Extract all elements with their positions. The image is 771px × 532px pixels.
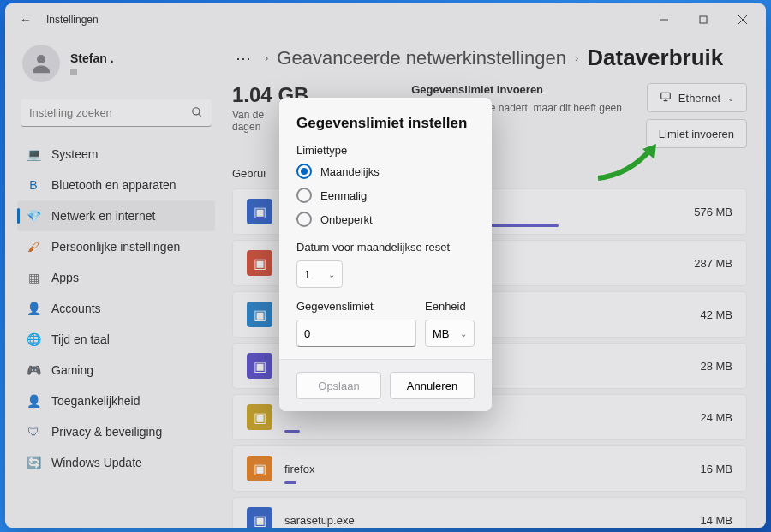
unit-label: Eenheid	[425, 300, 475, 313]
reset-date-select[interactable]: 1 ⌄	[296, 260, 343, 288]
data-limit-label: Gegevenslimiet	[296, 300, 416, 313]
save-button[interactable]: Opslaan	[296, 372, 381, 399]
dialog-title: Gegevenslimiet instellen	[296, 115, 475, 132]
reset-date-label: Datum voor maandelijkse reset	[296, 241, 475, 254]
cancel-button[interactable]: Annuleren	[390, 372, 475, 399]
radio-label: Eenmalig	[320, 189, 367, 202]
radio-ring-icon	[296, 164, 312, 179]
radio-ring-icon	[296, 212, 312, 227]
settings-window: ← Instellingen Stefan .	[5, 3, 766, 528]
radio-ring-icon	[296, 188, 312, 203]
radio-label: Maandelijks	[320, 165, 380, 178]
radio-eenmalig[interactable]: Eenmalig	[296, 188, 475, 203]
limit-type-label: Limiettype	[296, 144, 475, 157]
unit-select[interactable]: MB ⌄	[425, 320, 475, 347]
radio-maandelijks[interactable]: Maandelijks	[296, 164, 475, 179]
data-limit-dialog: Gegevenslimiet instellen Limiettype Maan…	[279, 98, 492, 411]
chevron-down-icon: ⌄	[460, 329, 467, 338]
data-limit-input[interactable]	[296, 320, 416, 347]
radio-onbeperkt[interactable]: Onbeperkt	[296, 212, 475, 227]
chevron-down-icon: ⌄	[328, 270, 335, 279]
limit-type-radios: MaandelijksEenmaligOnbeperkt	[296, 164, 475, 227]
modal-overlay: Gegevenslimiet instellen Limiettype Maan…	[5, 3, 766, 528]
radio-label: Onbeperkt	[320, 213, 373, 226]
